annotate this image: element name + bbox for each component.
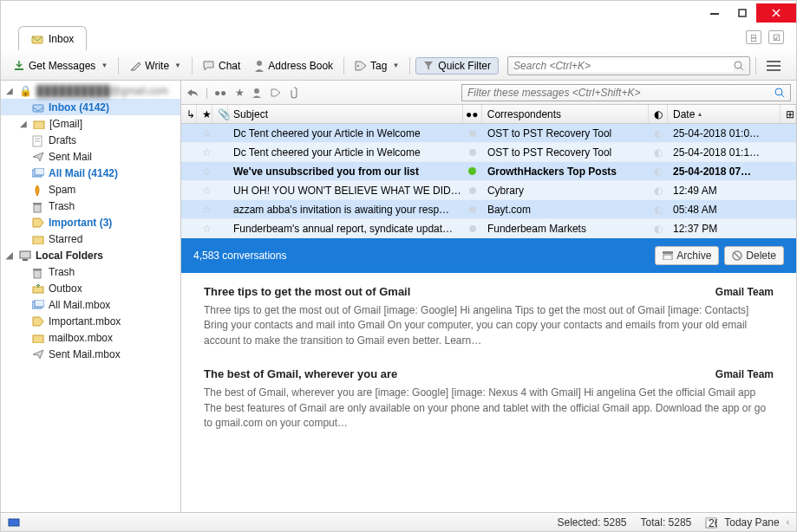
read-indicator[interactable] xyxy=(463,162,482,180)
collapse-icon[interactable]: ◢ xyxy=(4,86,15,95)
col-date[interactable]: Date ▴ xyxy=(668,105,781,123)
global-search[interactable] xyxy=(507,56,750,75)
col-thread[interactable]: ↳ xyxy=(181,105,197,123)
message-row[interactable]: ☆Dc Tent cheered your Article in Welcome… xyxy=(181,124,796,143)
svg-line-9 xyxy=(741,68,743,70)
col-picker[interactable]: ⊞ xyxy=(781,105,796,123)
sidebar-item-label: Starred xyxy=(49,233,82,245)
star-icon[interactable]: ☆ xyxy=(202,185,212,197)
col-junk[interactable]: ◐ xyxy=(649,105,668,123)
preview-item[interactable]: Three tips to get the most out of GmailG… xyxy=(204,285,774,348)
archive-button[interactable]: Archive xyxy=(655,246,719,265)
main-toolbar: Get Messages ▼ Write ▼ Chat Address Book… xyxy=(1,51,796,81)
sidebar-item[interactable]: Inbox (4142) xyxy=(1,99,180,115)
address-book-button[interactable]: Address Book xyxy=(249,57,338,75)
junk-indicator[interactable]: ◐ xyxy=(649,162,668,180)
read-indicator[interactable] xyxy=(463,219,482,237)
delete-button[interactable]: Delete xyxy=(724,246,784,265)
chevron-left-icon[interactable]: ‹ xyxy=(787,517,789,527)
message-date: 05:48 AM xyxy=(668,200,781,218)
tasks-icon-button[interactable]: ☑ xyxy=(768,30,784,44)
reply-filter-icon[interactable] xyxy=(186,88,200,98)
sidebar-item[interactable]: All Mail.mbox xyxy=(1,296,180,313)
preview-item[interactable]: The best of Gmail, wherever you areGmail… xyxy=(204,367,774,431)
svg-point-8 xyxy=(735,62,741,68)
sidebar-item[interactable]: Trash xyxy=(1,263,180,280)
junk-indicator[interactable]: ◐ xyxy=(649,181,668,199)
sidebar-item[interactable]: Important.mbox xyxy=(1,313,180,329)
sidebar-item[interactable]: Drafts xyxy=(1,132,180,148)
junk-indicator[interactable]: ◐ xyxy=(649,200,668,218)
sidebar-item[interactable]: ◢[Gmail] xyxy=(1,115,180,132)
read-indicator[interactable] xyxy=(463,143,482,161)
col-star[interactable]: ★ xyxy=(197,105,212,123)
junk-indicator[interactable]: ◐ xyxy=(649,143,668,161)
chat-button[interactable]: Chat xyxy=(198,57,245,75)
message-from: Funderbeam Markets xyxy=(482,219,649,237)
folder-icon xyxy=(32,102,44,113)
sidebar-item[interactable]: Trash xyxy=(1,198,180,214)
unread-filter-icon[interactable]: ●● xyxy=(213,87,227,99)
svg-point-32 xyxy=(775,88,782,95)
local-folders-header[interactable]: ◢ Local Folders xyxy=(1,247,180,263)
svg-rect-20 xyxy=(34,204,41,212)
junk-indicator[interactable]: ◐ xyxy=(649,124,668,142)
write-button[interactable]: Write ▼ xyxy=(124,57,186,75)
sidebar-item[interactable]: Sent Mail.mbox xyxy=(1,346,180,362)
window-close-button[interactable] xyxy=(756,3,796,23)
write-label: Write xyxy=(145,60,169,72)
sidebar-item-label: All Mail.mbox xyxy=(49,299,110,311)
star-filter-icon[interactable]: ★ xyxy=(232,87,246,99)
get-messages-button[interactable]: Get Messages ▼ xyxy=(8,57,113,75)
today-pane-button[interactable]: Today Pane xyxy=(724,516,779,529)
read-indicator[interactable] xyxy=(463,181,482,199)
message-row[interactable]: ☆Dc Tent cheered your Article in Welcome… xyxy=(181,143,796,162)
star-icon[interactable]: ☆ xyxy=(202,165,212,178)
tag-button[interactable]: Tag ▼ xyxy=(350,57,404,75)
svg-rect-14 xyxy=(34,121,44,129)
sidebar-item[interactable]: Sent Mail xyxy=(1,148,180,165)
search-input[interactable] xyxy=(513,60,734,72)
message-filter-box[interactable] xyxy=(461,84,791,101)
col-subject[interactable]: Subject xyxy=(228,105,463,123)
collapse-icon[interactable]: ◢ xyxy=(4,250,15,260)
window-minimize-button[interactable] xyxy=(701,3,728,23)
sidebar-item[interactable]: mailbox.mbox xyxy=(1,329,180,346)
sidebar-item[interactable]: Important (3) xyxy=(1,214,180,230)
col-attachment[interactable]: 📎 xyxy=(212,105,228,123)
account-row[interactable]: ◢ 🔒 ██████████@gmail.com xyxy=(1,82,180,99)
archive-label: Archive xyxy=(676,250,711,262)
star-icon[interactable]: ☆ xyxy=(202,146,212,159)
message-row[interactable]: ☆azzam abba's invitation is awaiting you… xyxy=(181,200,796,219)
star-icon[interactable]: ☆ xyxy=(202,223,212,235)
message-row[interactable]: ☆Funderbeam's annual report, syndicate u… xyxy=(181,219,796,238)
read-indicator[interactable] xyxy=(463,200,482,218)
window-maximize-button[interactable] xyxy=(728,3,756,23)
filter-input[interactable] xyxy=(467,87,774,99)
tag-filter-icon[interactable] xyxy=(271,88,284,97)
col-correspondents[interactable]: Correspondents xyxy=(482,105,649,123)
sidebar-item[interactable]: Starred xyxy=(1,230,180,247)
message-row[interactable]: ☆We've unsubscribed you from our listGro… xyxy=(181,162,796,181)
calendar-icon-button[interactable]: ⌸ xyxy=(746,30,761,44)
quick-filter-toggle[interactable]: Quick Filter xyxy=(415,57,499,75)
svg-rect-10 xyxy=(767,61,781,62)
read-indicator[interactable] xyxy=(463,124,482,142)
app-menu-button[interactable] xyxy=(761,58,786,74)
col-read[interactable]: ●● xyxy=(463,105,482,123)
folder-icon xyxy=(32,185,44,195)
sidebar-item[interactable]: Spam xyxy=(1,181,180,198)
sidebar-item[interactable]: All Mail (4142) xyxy=(1,165,180,181)
online-icon[interactable] xyxy=(8,517,20,528)
sidebar-item[interactable]: Outbox xyxy=(1,280,180,296)
attachment-filter-icon[interactable] xyxy=(290,87,304,99)
collapse-icon[interactable]: ◢ xyxy=(18,119,29,128)
star-icon[interactable]: ☆ xyxy=(202,127,212,139)
calendar-mini-icon[interactable]: 26 xyxy=(705,516,717,529)
person-icon xyxy=(254,60,265,72)
message-row[interactable]: ☆UH OH! YOU WON'T BELIEVE WHAT WE DID…Cy… xyxy=(181,181,796,200)
contact-filter-icon[interactable] xyxy=(252,88,265,98)
star-icon[interactable]: ☆ xyxy=(202,204,212,216)
junk-indicator[interactable]: ◐ xyxy=(649,219,668,237)
tab-inbox[interactable]: Inbox xyxy=(18,26,87,50)
